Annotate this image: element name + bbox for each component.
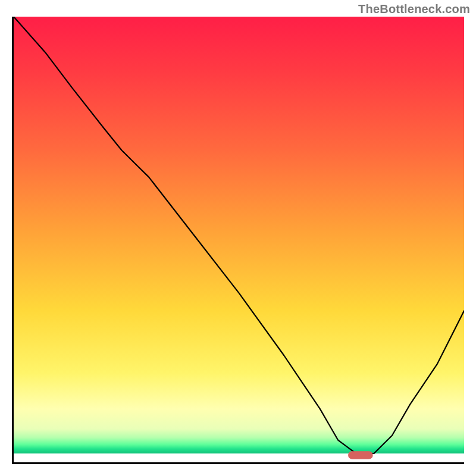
chart-svg <box>14 17 464 462</box>
page-root: TheBottleneck.com <box>0 0 476 476</box>
optimal-point-marker <box>348 451 373 459</box>
attribution-label: TheBottleneck.com <box>358 2 470 16</box>
bottleneck-curve <box>14 17 464 453</box>
chart-plot-area <box>12 17 464 464</box>
